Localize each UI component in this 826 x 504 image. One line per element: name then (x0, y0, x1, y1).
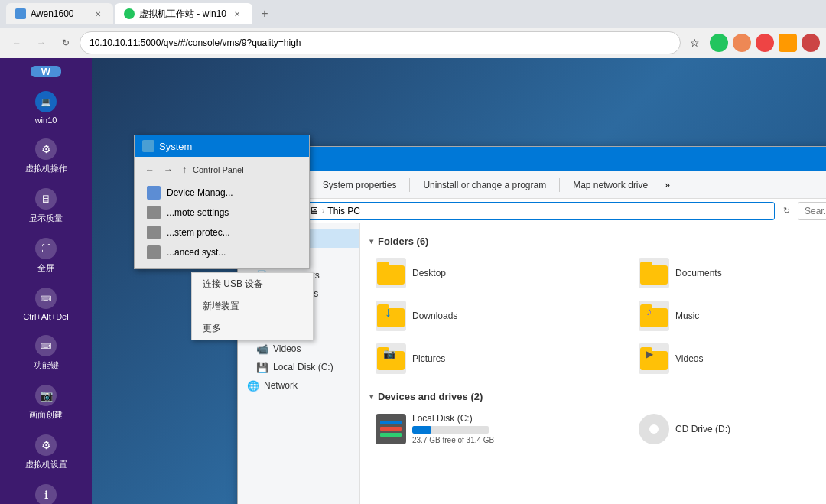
device-manager-icon (147, 186, 161, 200)
drive-item-d[interactable]: CD Drive (D:) (633, 408, 826, 449)
forward-btn[interactable]: → (31, 32, 52, 54)
folders-grid: Desktop Documents (369, 253, 826, 379)
sidebar-label-fn-keys: 功能键 (34, 359, 59, 371)
folder-item-videos[interactable]: ▶ Videos (633, 339, 826, 379)
fe-body: 🖥 This PC 📁 Desktop 📄 Documents ⬇ Downlo… (238, 223, 826, 504)
sidebar-item-capture[interactable]: 📷 画面创建 (0, 379, 92, 427)
folders-section-header[interactable]: ▾ Folders (6) (369, 236, 826, 247)
drives-section-title: Devices and drives (2) (378, 391, 483, 402)
fe-toolbar-more-btn[interactable]: » (659, 177, 676, 193)
remote-settings-label: ...mote settings (167, 207, 229, 218)
fe-sidebar-item-local-disk[interactable]: 💾 Local Disk (C:) (238, 358, 359, 376)
fe-sidebar-videos-icon: 📹 (256, 343, 268, 355)
context-menu-item-more[interactable]: 更多 (192, 317, 313, 340)
fe-uninstall-label: Uninstall or change a program (423, 180, 546, 190)
tab-close-2[interactable]: ✕ (231, 8, 243, 20)
fe-main-area: ▾ Folders (6) Desktop (360, 223, 826, 504)
fe-refresh-btn[interactable]: ↻ (778, 203, 795, 219)
system-popup-item-4[interactable]: ...anced syst... (142, 242, 301, 262)
sidebar-item-ctrl-alt-del[interactable]: ⌨ Ctrl+Alt+Del (0, 281, 92, 327)
folder-item-documents[interactable]: Documents (633, 253, 826, 293)
drive-item-c[interactable]: Local Disk (C:) 23.7 GB free of 31.4 GB (369, 408, 629, 449)
advanced-label: ...anced syst... (167, 247, 226, 258)
fe-search-input[interactable] (798, 202, 826, 220)
advanced-icon (147, 245, 161, 259)
folder-item-downloads[interactable]: ↓ Downloads (369, 296, 629, 336)
tab-bar: Awen1600 ✕ 虚拟机工作站 - win10 ✕ + (0, 0, 826, 28)
documents-folder-name: Documents (675, 268, 722, 278)
system-popup-body: ← → ↑ Control Panel Device Manag... ...m… (135, 157, 309, 268)
drives-grid: Local Disk (C:) 23.7 GB free of 31.4 GB (369, 408, 826, 449)
fe-uninstall-btn[interactable]: Uninstall or change a program (415, 177, 554, 193)
local-disk-space: 23.7 GB free of 31.4 GB (412, 436, 494, 444)
context-menu: 连接 USB 设备 新增装置 更多 (191, 272, 314, 340)
context-menu-item-new[interactable]: 新增装置 (192, 295, 313, 317)
desktop-folder-icon (376, 258, 406, 288)
sidebar-item-display[interactable]: 🖥 显示质量 (0, 182, 92, 230)
ext-icon-4[interactable] (779, 34, 797, 52)
sys-protect-label: ...stem protec... (167, 227, 230, 238)
fe-sidebar-item-videos[interactable]: 📹 Videos (238, 340, 359, 358)
back-btn[interactable]: ← (6, 32, 28, 54)
sidebar-item-vm-settings[interactable]: ⚙ 虚拟机设置 (0, 428, 92, 476)
tab-close-1[interactable]: ✕ (92, 8, 104, 20)
folder-item-music[interactable]: ♪ Music (633, 296, 826, 336)
ext-icon-5[interactable] (802, 34, 820, 52)
browser-chrome: Awen1600 ✕ 虚拟机工作站 - win10 ✕ + ← → ↻ ☆ (0, 0, 826, 59)
fe-path-bar[interactable]: 🖥 › This PC (302, 202, 775, 220)
popup-back-btn[interactable]: ← (142, 163, 158, 177)
fn-keys-icon: ⌨ (35, 335, 57, 356)
system-popup-item-1[interactable]: Device Manag... (142, 183, 301, 203)
folders-chevron: ▾ (369, 237, 373, 245)
tab-awen[interactable]: Awen1600 ✕ (6, 3, 113, 24)
fe-system-props-btn[interactable]: System properties (315, 177, 405, 193)
sidebar-item-win10[interactable]: 💻 win10 (0, 85, 92, 131)
context-menu-item-usb[interactable]: 连接 USB 设备 (192, 273, 313, 295)
system-popup: System ← → ↑ Control Panel Device Manag.… (134, 135, 310, 269)
new-tab-btn[interactable]: + (254, 3, 275, 24)
popup-up-btn[interactable]: ↑ (179, 163, 190, 177)
fe-system-props-label: System properties (323, 180, 397, 190)
local-disk-info: Local Disk (C:) 23.7 GB free of 31.4 GB (412, 413, 494, 444)
drives-section-header[interactable]: ▾ Devices and drives (2) (369, 391, 826, 402)
local-disk-bar (412, 426, 489, 434)
folder-item-desktop[interactable]: Desktop (369, 253, 629, 293)
desktop-folder-name: Desktop (412, 268, 446, 278)
ext-icon-1[interactable] (710, 34, 728, 52)
ext-icon-3[interactable] (756, 34, 774, 52)
sidebar-logo: W (31, 66, 61, 77)
fe-sidebar-network-label: Network (264, 380, 298, 391)
local-disk-icon (376, 414, 406, 444)
tab-win10[interactable]: 虚拟机工作站 - win10 ✕ (115, 3, 252, 24)
ext-icon-2[interactable] (733, 34, 751, 52)
tab-label-1: Awen1600 (31, 8, 74, 19)
sidebar-item-fn-keys[interactable]: ⌨ 功能键 (0, 329, 92, 377)
cd-drive-icon (639, 414, 669, 444)
sidebar-label-fullscreen: 全屏 (37, 262, 54, 274)
folder-item-pictures[interactable]: 📷 Pictures (369, 339, 629, 379)
system-popup-item-3[interactable]: ...stem protec... (142, 223, 301, 242)
system-popup-item-2[interactable]: ...mote settings (142, 203, 301, 223)
tab-favicon-2 (124, 8, 135, 19)
sidebar-item-vm-info[interactable]: ℹ 虚拟机信息 (0, 478, 92, 504)
popup-forward-btn[interactable]: → (161, 163, 176, 177)
star-icon[interactable]: ☆ (684, 32, 705, 54)
fe-map-drive-btn[interactable]: Map network drive (565, 177, 655, 193)
sidebar-label-ctrl-alt-del: Ctrl+Alt+Del (23, 312, 68, 321)
address-input[interactable] (80, 31, 681, 54)
file-explorer: 🖥 This PC — □ ✕ Organize ▾ System proper… (237, 146, 826, 504)
music-folder-name: Music (675, 311, 699, 321)
fe-sidebar-item-network[interactable]: 🌐 Network (238, 376, 359, 395)
refresh-btn[interactable]: ↻ (55, 32, 76, 54)
drives-chevron: ▾ (369, 392, 373, 401)
sidebar-item-fullscreen[interactable]: ⛶ 全屏 (0, 232, 92, 280)
system-popup-header-icon (142, 140, 154, 152)
remote-settings-icon (147, 206, 161, 219)
sys-protect-icon (147, 226, 161, 239)
documents-folder-icon (639, 258, 669, 288)
virtual-desktop: System ← → ↑ Control Panel Device Manag.… (92, 58, 826, 504)
folders-section-title: Folders (6) (378, 236, 428, 247)
sidebar-item-vm-ops[interactable]: ⚙ 虚拟机操作 (0, 132, 92, 180)
fe-path-folder-icon: 🖥 (309, 205, 319, 216)
fe-sidebar-disk-icon: 💾 (256, 361, 268, 373)
